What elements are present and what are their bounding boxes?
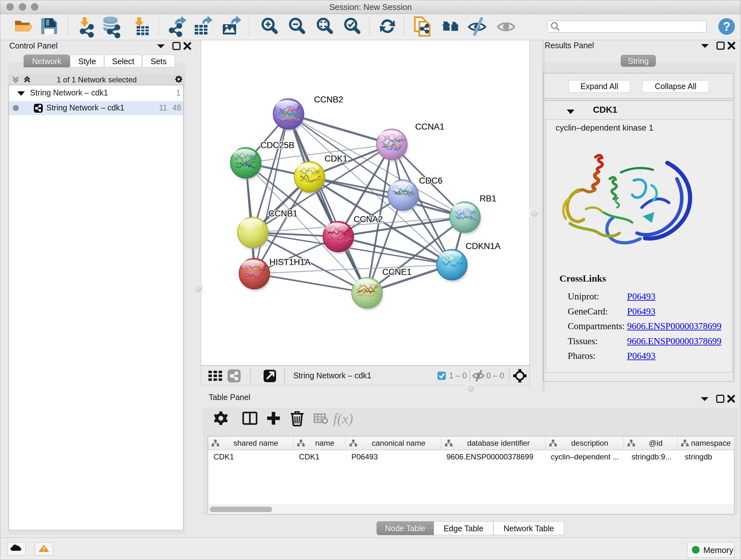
svg-text:RB1: RB1 [480,194,496,203]
svg-text:CCNE1: CCNE1 [382,267,412,277]
svg-text:0 – 0: 0 – 0 [486,371,504,380]
svg-text:CCNA2: CCNA2 [354,214,383,224]
svg-text:CCNB1: CCNB1 [268,209,298,219]
svg-text:CDK1: CDK1 [325,154,347,164]
svg-text:CDKN1A: CDKN1A [466,241,501,251]
svg-text:CDC25B: CDC25B [260,140,294,150]
svg-text:CCNB2: CCNB2 [314,95,343,105]
svg-text:f(x): f(x) [333,411,353,427]
svg-text:1 – 0: 1 – 0 [449,371,467,380]
svg-text:CDC6: CDC6 [419,176,443,186]
svg-text:?: ? [723,20,730,33]
svg-text:CCNA1: CCNA1 [415,122,445,132]
svg-text:HIST1H1A: HIST1H1A [269,257,311,267]
svg-text:String Network – cdk1: String Network – cdk1 [293,371,372,380]
